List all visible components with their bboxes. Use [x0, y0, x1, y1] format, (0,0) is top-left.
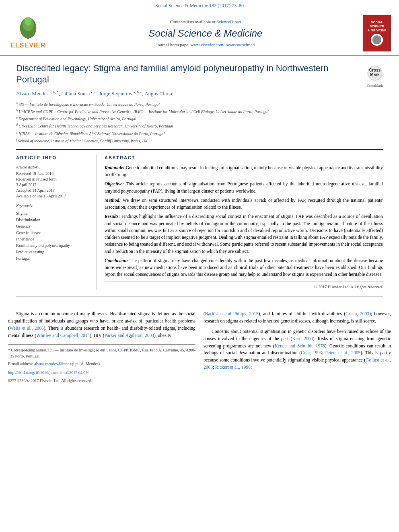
body-right-para-1: (Barlösius and Philips, 2015), and famil… — [204, 310, 391, 325]
objective-label: Objective: — [105, 181, 124, 186]
cover-circle-inner — [372, 35, 381, 44]
method-label: Method: — [105, 198, 121, 203]
article-info-abstract-section: ARTICLE INFO Article history: Received 1… — [16, 149, 383, 290]
conclusion-text: The pattern of stigma may have changed c… — [105, 258, 383, 277]
affiliation-b: b UnIGENe and CGPP – Centre for Predicti… — [16, 108, 383, 115]
authors-line: Álvaro Mendes a, b, *, Liliana Sousa c, … — [16, 90, 383, 98]
author-clarke-sup: f — [175, 90, 176, 94]
body-section: Stigma is a common outcome of many illne… — [0, 310, 399, 384]
keyword-discrimination: Discrimination — [16, 217, 90, 223]
author-sequeiros[interactable]: Jorge Sequeiros — [99, 90, 132, 97]
body-col-right: (Barlösius and Philips, 2015), and famil… — [204, 310, 391, 384]
results-text: Findings highlight the influence of a di… — [105, 214, 383, 253]
article-history-block: Article history: Received 19 June 2016 R… — [16, 164, 90, 199]
rationale-text: Genetic inherited conditions may result … — [105, 165, 383, 177]
keyword-genetics: Genetics — [16, 223, 90, 230]
elsevier-brand-text: ELSEVIER — [10, 41, 45, 50]
author-sequeiros-sup: a, b, e — [134, 90, 142, 94]
issn-line: 0277-9536/© 2017 Elsevier Ltd. All right… — [8, 378, 195, 384]
conclusion-label: Conclusion: — [105, 258, 128, 263]
doi-link[interactable]: http://dx.doi.org/10.1016/j.socscimed.20… — [8, 370, 89, 375]
ref-kerr[interactable]: Kerr, 2004 — [292, 336, 313, 341]
results-label: Results: — [105, 214, 120, 219]
abstract-method: Method: We draw on semi-structured inter… — [105, 197, 383, 211]
crossmark-icon: Cross Mark — [367, 65, 383, 81]
article-info-column: ARTICLE INFO Article history: Received 1… — [16, 155, 97, 290]
section-divider — [16, 296, 383, 297]
objective-text: This article reports accounts of stigmat… — [105, 181, 383, 193]
abstract-rationale: Rationale: Genetic inherited conditions … — [105, 164, 383, 179]
journal-name-section: Contents lists available at ScienceDirec… — [52, 19, 359, 48]
science-direct-notice: Contents lists available at ScienceDirec… — [52, 19, 359, 25]
crossmark-label: CrossMark — [367, 83, 383, 88]
author-mendes[interactable]: Álvaro Mendes — [16, 90, 49, 97]
article-main: Cross Mark CrossMark Discredited legacy:… — [0, 56, 399, 311]
accepted-date: Accepted 14 April 2017 — [16, 188, 90, 193]
author-sousa-sup: c, d — [91, 90, 97, 94]
affiliation-f: f School of Medicine, Institute of Medic… — [16, 138, 383, 144]
elsevier-tree-icon — [12, 17, 44, 41]
ref-barlösius[interactable]: Barlösius and Philips, 2015 — [205, 311, 259, 316]
keyword-predictive-testing: Predictive testing — [16, 249, 90, 255]
ref-kenen[interactable]: Kenen and Schmidt, 1978 — [275, 343, 325, 348]
author-mendes-sup: a, b, * — [50, 90, 59, 94]
revised-label: Received in revised form — [16, 177, 90, 182]
body-para-1: Stigma is a common outcome of many illne… — [8, 310, 195, 339]
affiliations-section: a i3S — Instituto de Investigação e Inov… — [16, 101, 383, 145]
affiliation-d: d CINTESIS, Centre for Health Technology… — [16, 123, 383, 129]
history-label: Article history: — [16, 164, 90, 170]
abstract-label: ABSTRACT — [105, 155, 383, 161]
science-direct-prefix: Contents lists available at — [170, 19, 216, 24]
author-clarke[interactable]: Angus Clarke — [144, 90, 173, 97]
journal-cover: SOCIALSCIENCE& MEDICINE — [363, 15, 391, 51]
journal-title: Social Science & Medicine — [52, 27, 359, 40]
journal-homepage-line: journal homepage: www.elsevier.com/locat… — [52, 42, 359, 48]
rationale-label: Rationale: — [105, 165, 125, 170]
svg-text:Cross: Cross — [369, 68, 381, 72]
ref-cole[interactable]: Cole, 1993 — [301, 350, 322, 355]
footnote-email: E-mail address: alvaro.mendes@ibmc.up.pt… — [8, 361, 195, 367]
affiliation-e: e ICBAS — Instituto de Ciências Biomédic… — [16, 130, 383, 137]
affiliation-c: c Department of Education and Psychology… — [16, 115, 383, 122]
journal-header-bar: Social Science & Medicine 182 (2017) 73–… — [0, 0, 399, 11]
keyword-stigma: Stigma — [16, 210, 90, 217]
keywords-title: Keywords: — [16, 203, 90, 209]
body-col-left: Stigma is a common outcome of many illne… — [8, 310, 195, 384]
ref-parker[interactable]: Parker and Aggleton, 2003 — [105, 333, 154, 338]
affiliation-a: a i3S — Instituto de Investigação e Inov… — [16, 101, 383, 108]
svg-point-3 — [25, 17, 32, 26]
journal-citation: Social Science & Medicine 182 (2017) 73–… — [155, 3, 244, 8]
revised-date: 3 April 2017 — [16, 182, 90, 188]
ref-rickert[interactable]: Rickert et al., 1996 — [215, 365, 251, 370]
journal-header: ELSEVIER Contents lists available at Sci… — [0, 11, 399, 56]
keywords-block: Keywords: Stigma Discrimination Genetics… — [16, 203, 90, 262]
received-date: Received 19 June 2016 — [16, 171, 90, 177]
article-title: Discredited legacy: Stigma and familial … — [16, 63, 383, 86]
svg-text:Mark: Mark — [370, 72, 380, 77]
email-link[interactable]: alvaro.mendes@ibmc.up.pt — [34, 362, 78, 366]
ref-whitley[interactable]: Whitley and Campbell, 2014 — [36, 333, 90, 338]
copyright-line: © 2017 Elsevier Ltd. All rights reserved… — [105, 281, 383, 290]
abstract-column: ABSTRACT Rationale: Genetic inherited co… — [105, 155, 383, 290]
crossmark-container[interactable]: Cross Mark CrossMark — [367, 65, 383, 88]
footnote-star-text: * Corresponding author. i3S — Instituto … — [8, 347, 195, 359]
elsevier-logo: ELSEVIER — [8, 17, 48, 50]
cover-circle-decoration — [371, 34, 383, 46]
keyword-inheritance: Inheritance — [16, 236, 90, 242]
available-date: Available online 15 April 2017 — [16, 193, 90, 199]
footnote-section: * Corresponding author. i3S — Instituto … — [8, 344, 195, 367]
ref-green[interactable]: Green, 2003 — [346, 311, 369, 316]
ref-peters[interactable]: Peters et al., 2005 — [325, 350, 360, 355]
method-text: We draw on semi-structured interviews co… — [105, 198, 383, 210]
abstract-objective: Objective: This article reports accounts… — [105, 181, 383, 195]
abstract-results: Results: Findings highlight the influenc… — [105, 213, 383, 255]
keyword-portugal: Portugal — [16, 255, 90, 262]
body-right-para-2: Concerns about potential stigmatisation … — [204, 328, 391, 371]
homepage-prefix: journal homepage: — [156, 42, 191, 47]
keyword-fap: Familial amyloid polyneuropathy — [16, 242, 90, 249]
homepage-link[interactable]: www.elsevier.com/locate/socscimed — [191, 42, 255, 47]
abstract-conclusion: Conclusion: The pattern of stigma may ha… — [105, 257, 383, 278]
science-direct-link[interactable]: ScienceDirect — [216, 19, 241, 24]
ref-weiss[interactable]: Weiss et al., 2006 — [10, 326, 44, 331]
author-sousa[interactable]: Liliana Sousa — [61, 90, 90, 97]
